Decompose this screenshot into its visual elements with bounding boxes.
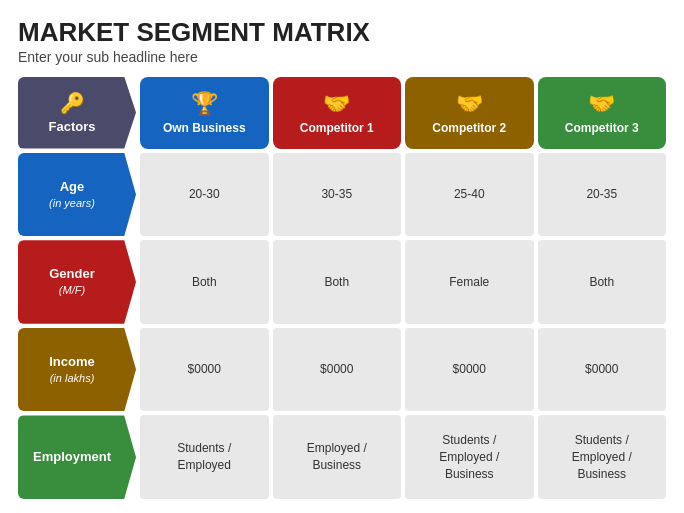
row-label-line1-0: Age [60,179,85,196]
header-row: 🔑 Factors 🏆 Own Business 🤝 Competitor 1 … [18,77,666,149]
competitor1-icon: 🤝 [323,91,350,117]
cell-2-1: $0000 [273,328,402,412]
row-label-line2-1: (M/F) [59,283,85,297]
cell-0-3: 20-35 [538,153,667,237]
competitor1-header: 🤝 Competitor 1 [273,77,402,149]
cell-1-1: Both [273,240,402,324]
row-label-0: Age(in years) [18,153,136,237]
page-subtitle: Enter your sub headline here [18,49,666,65]
competitor2-label: Competitor 2 [432,121,506,135]
competitor3-label: Competitor 3 [565,121,639,135]
row-label-3: Employment [18,415,136,499]
cell-2-2: $0000 [405,328,534,412]
cell-1-0: Both [140,240,269,324]
cell-2-3: $0000 [538,328,667,412]
cell-0-0: 20-30 [140,153,269,237]
row-label-2: Income(in lakhs) [18,328,136,412]
row-label-line1-3: Employment [33,449,111,466]
cell-3-2: Students / Employed / Business [405,415,534,499]
factors-header: 🔑 Factors [18,77,136,149]
cell-1-3: Both [538,240,667,324]
data-row-3: EmploymentStudents / EmployedEmployed / … [18,415,666,499]
factors-icon: 🔑 [60,91,85,115]
competitor2-icon: 🤝 [456,91,483,117]
row-label-1: Gender(M/F) [18,240,136,324]
own-business-header: 🏆 Own Business [140,77,269,149]
competitor2-header: 🤝 Competitor 2 [405,77,534,149]
matrix: 🔑 Factors 🏆 Own Business 🤝 Competitor 1 … [18,77,666,499]
cell-0-1: 30-35 [273,153,402,237]
row-label-line2-0: (in years) [49,196,95,210]
cell-0-2: 25-40 [405,153,534,237]
factors-label: Factors [49,119,96,134]
own-business-icon: 🏆 [191,91,218,117]
slide: MARKET SEGMENT MATRIX Enter your sub hea… [0,0,684,513]
row-label-line1-1: Gender [49,266,95,283]
cell-3-1: Employed / Business [273,415,402,499]
cell-3-3: Students / Employed / Business [538,415,667,499]
competitor1-label: Competitor 1 [300,121,374,135]
cell-3-0: Students / Employed [140,415,269,499]
own-business-label: Own Business [163,121,246,135]
competitor3-header: 🤝 Competitor 3 [538,77,667,149]
page-title: MARKET SEGMENT MATRIX [18,18,666,47]
competitor3-icon: 🤝 [588,91,615,117]
data-row-2: Income(in lakhs)$0000$0000$0000$0000 [18,328,666,412]
cell-1-2: Female [405,240,534,324]
cell-2-0: $0000 [140,328,269,412]
row-label-line2-2: (in lakhs) [50,371,95,385]
data-row-1: Gender(M/F)BothBothFemaleBoth [18,240,666,324]
row-label-line1-2: Income [49,354,95,371]
data-row-0: Age(in years)20-3030-3525-4020-35 [18,153,666,237]
